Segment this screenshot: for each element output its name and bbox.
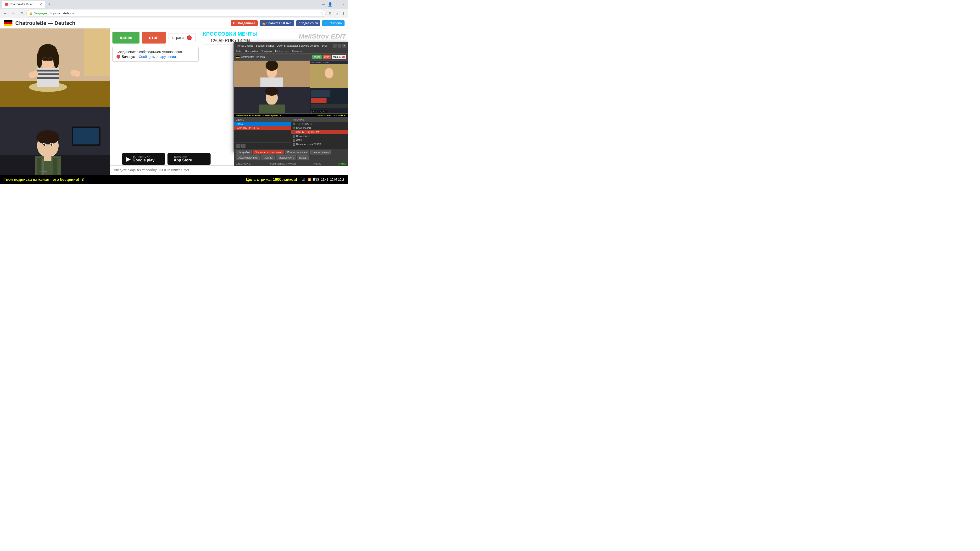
obs-source-checkbox-5 [293,139,295,141]
site-title: Chatroulette — Deutsch [15,20,75,26]
browser-tab[interactable]: Chatroulette Video... ✕ [2,1,45,8]
obs-menubar: Файл Настройки Профили Набор сцен Помощь [234,49,348,54]
obs-source-fundraising[interactable]: Сбор средств [291,126,348,130]
report-link[interactable]: Сообщить о нарушении [139,55,176,59]
twitter-share-button[interactable]: 🐦 Твитнуть [322,20,345,26]
address-bar: ← → ↻ 🔒 Защищено https://chat-de.com ☆ ⚙… [0,9,348,18]
obs-maximize-button[interactable]: □ [337,44,341,48]
menu-icon[interactable]: ⋮ [341,11,347,16]
obs-settings-button[interactable]: Настройки [235,150,252,154]
gplus-share-button[interactable]: G+ Поделиться [231,20,258,26]
reload-button[interactable]: ↻ [18,10,25,17]
svg-point-7 [37,51,42,68]
lock-icon: 🔒 [29,12,33,15]
svg-rect-2 [84,29,110,76]
obs-add-source-button[interactable]: Общие источники [235,156,259,160]
svg-rect-25 [37,157,41,177]
forward-button[interactable]: → [10,10,17,17]
app-store-button[interactable]: Загрузите в App Store [167,153,210,165]
tab-new-button[interactable]: + [46,1,52,8]
page-content: Chatroulette — Deutsch G+ Поделиться 👍 Н… [0,18,348,184]
browser-user-icon[interactable]: 👤 [327,2,333,7]
obs-preview-right: Chatroulette preview [310,61,348,113]
obs-start-record-button[interactable]: Начать запись [310,150,331,154]
obs-menu-settings[interactable]: Настройки [245,50,258,52]
browser-close-button[interactable]: ✕ [341,2,347,7]
obs-source-background[interactable]: ФОН [291,138,348,142]
stop-button[interactable]: стоп [142,32,166,43]
obs-minimize-button[interactable]: — [333,44,337,48]
local-video: OUNTYP [0,107,110,184]
browser-minimize-button[interactable]: — [321,2,326,7]
obs-source-top-donater[interactable]: ТОП ДОНАТЕР [291,122,348,126]
twitter-icon: 🐦 [325,22,328,25]
star-icon[interactable]: ☆ [320,11,323,15]
next-button[interactable]: далее [113,32,140,43]
obs-source-checkbox-2 [293,127,295,129]
obs-scene-scene[interactable]: Сцена [234,122,291,126]
url-bar[interactable]: 🔒 Защищено https://chat-de.com ☆ [26,10,326,17]
obs-exit-button[interactable]: Выход [297,156,309,160]
obs-toolbar-btn2[interactable]: стоп [323,55,331,59]
obs-preview-video-top [234,61,310,87]
obs-footer: 0:39:28 (LIVE) Потери кадров: 0 (0.00%) … [234,161,348,166]
google-play-label-small: ЗАГРУЗИТЕ НА [132,156,154,158]
svg-text:OUNTYP: OUNTYP [40,170,48,172]
keyboard-lang: ENG [313,178,319,181]
obs-preview-area: Chatroulette preview [234,61,348,113]
message-input-field[interactable] [110,165,348,174]
tab-title: Chatroulette Video... [10,3,38,6]
obs-toolbar: Chatroulette Deutsch далее стоп страна: … [234,54,348,61]
tab-favicon [5,3,8,6]
obs-scenes-header: Сцены: [234,118,291,122]
obs-menu-help[interactable]: Помощь [292,50,302,52]
obs-preview-button[interactable]: Предпросмотр [275,156,296,160]
obs-menu-profiles[interactable]: Профили [261,50,272,52]
svg-rect-27 [52,158,57,177]
obs-plugins-button[interactable]: Плагины [261,156,275,160]
system-date: 20.07.2018 [330,178,345,181]
obs-bitrate: 4393k/s [338,162,346,165]
browser-chrome: Chatroulette Video... ✕ + — 👤 □ ✕ ← → ↻ … [0,0,348,18]
fb-share-button[interactable]: f Поделиться [296,20,320,26]
volume-icon: 🔊 [302,178,305,181]
location-text: Беларусь. [122,55,137,59]
obs-menu-file[interactable]: Файл [235,50,242,52]
video-panel: OUNTYP [0,29,110,184]
system-time: 22:41 [321,178,328,181]
obs-remove-scene-button[interactable]: - [242,144,245,148]
country-selector[interactable]: страна: [168,33,196,42]
extensions-icon[interactable]: ⚙ [327,11,333,16]
browser-maximize-button[interactable]: □ [334,2,340,7]
obs-toolbar-label: Chatroulette Deutsch [241,56,265,58]
obs-menu-scenes[interactable]: Набор сцен [275,50,290,52]
remote-video [0,29,110,107]
obs-ticker-left: Твоя подписка на канал - это Бесценно! :… [235,114,281,117]
svg-rect-47 [311,104,348,108]
obs-toolbar-btn1[interactable]: далее [312,55,322,59]
url-text: https://chat-de.com [50,11,319,15]
google-play-button[interactable]: ▶ ЗАГРУЗИТЕ НА Google play [122,153,165,165]
obs-time: 0:39:28 (LIVE) [235,162,251,165]
obs-source-likes-goal[interactable]: Цель лайков [291,134,348,138]
obs-stop-stream-button[interactable]: Остановить трансляцию [253,150,284,154]
obs-scene-close-pervert[interactable]: ЗАКРЫТЬ ДРОЧЕРА [234,126,291,130]
obs-source-close-pervert2[interactable]: ЗАКРЫТЬ ДРОЧЕРА [291,130,348,134]
obs-add-scene-button[interactable]: + [235,144,240,148]
app-store-label-small: Загрузите в [174,156,192,158]
obs-toolbar-country: страна: 🔴 [332,55,346,59]
obs-close-button[interactable]: ✕ [342,44,346,48]
obs-source-checkbox [293,123,295,125]
bookmark-icon[interactable]: ☆ [334,11,340,16]
obs-mini-flag [235,56,240,58]
obs-change-scene-button[interactable]: Изменение сцены [285,150,310,154]
tab-close-icon[interactable]: ✕ [39,2,42,6]
obs-window: Profile: Untitled - Scenes: scenes - Ope… [234,42,348,152]
site-header: Chatroulette — Deutsch G+ Поделиться 👍 Н… [0,18,348,29]
obs-bottom-panel: Сцены: Сцена ЗАКРЫТЬ ДРОЧЕРА + - Источни… [234,118,348,149]
message-input-bar [110,165,348,174]
back-button[interactable]: ← [2,10,9,17]
obs-title-text: Profile: Untitled - Scenes: scenes - Ope… [235,44,333,47]
obs-source-bottom-text[interactable]: Нижняя строка ТЕКСТ [291,142,348,146]
fb-like-button[interactable]: 👍 Нравится 3,8 тыс. [259,20,294,26]
